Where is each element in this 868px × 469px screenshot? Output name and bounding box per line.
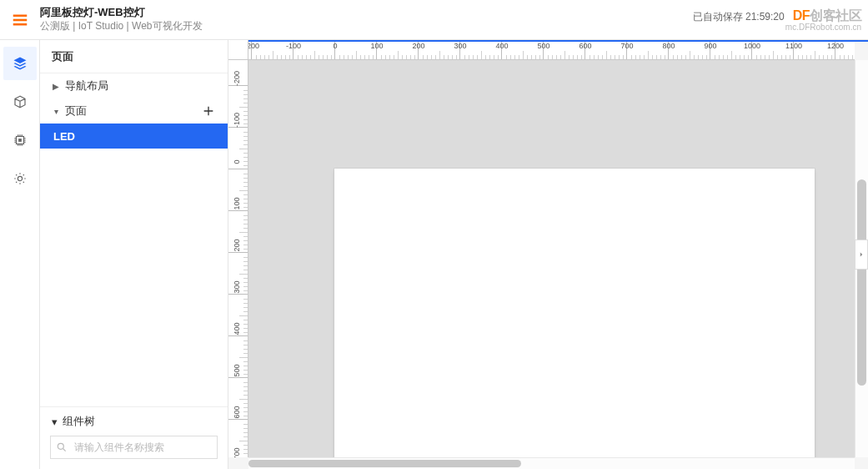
brand-url: mc.DFRobot.com.cn [785, 23, 861, 32]
add-page-button[interactable] [201, 103, 216, 119]
ruler-h-label: 500 [532, 42, 555, 50]
component-search-wrap [40, 436, 228, 469]
tree-pages[interactable]: ▾ 页面 [40, 98, 228, 124]
brand-bold: DF [793, 8, 810, 23]
tree-nav-layout[interactable]: ▶ 导航布局 [40, 73, 228, 98]
rail-chip-button[interactable] [3, 124, 37, 157]
menu-button[interactable] [0, 0, 40, 40]
tree-label: 导航布局 [65, 78, 108, 93]
ruler-h-label: 700 [615, 42, 639, 50]
ruler-h-label: 900 [699, 42, 722, 50]
autosave-status: 已自动保存 21:59:20 [693, 10, 785, 24]
component-search [50, 436, 218, 459]
main-row: 页面 ▶ 导航布局 ▾ 页面 LED ▾ 组件树 [0, 40, 868, 469]
ruler-h-label: 600 [574, 42, 597, 50]
ruler-h-tick: 1200 [835, 40, 855, 59]
chevron-right-icon: ▶ [52, 82, 60, 91]
ruler-v-label: -100 [233, 108, 241, 132]
plus-icon [202, 104, 215, 118]
tree-label: 页面 [65, 103, 87, 119]
search-icon [56, 441, 68, 453]
ruler-h-label: 300 [449, 42, 472, 50]
ruler-v-label: 200 [233, 234, 241, 257]
ruler-v-label: -200 [233, 67, 241, 90]
ruler-h-label: 0 [324, 42, 347, 50]
scrollbar-horizontal[interactable] [248, 457, 855, 469]
svg-point-2 [58, 443, 63, 449]
brand-text: 创客社区 [810, 8, 861, 23]
side-panel: 页面 ▶ 导航布局 ▾ 页面 LED ▾ 组件树 [40, 40, 228, 469]
right-panel-expand[interactable] [855, 240, 868, 270]
page-item-label: LED [53, 130, 75, 143]
page-item-led[interactable]: LED [40, 124, 228, 149]
ruler-v-label: 600 [233, 401, 241, 424]
ruler-h-label: 400 [490, 42, 514, 50]
chevron-down-icon: ▾ [52, 416, 58, 428]
ruler-h-label: -200 [248, 42, 263, 50]
panel-section-component-tree: ▾ 组件树 [40, 406, 228, 469]
ruler-h-label: -100 [282, 42, 305, 50]
ruler-vertical[interactable]: -200-1000100200300400500600700800900 [228, 60, 248, 457]
panel-title: 页面 [40, 40, 228, 73]
header-subtitle: 公测版 | IoT Studio | Web可视化开发 [40, 20, 203, 33]
ruler-v-label: 300 [233, 275, 241, 299]
ruler-h-label: 800 [657, 42, 680, 50]
ruler-v-label: 500 [233, 359, 241, 382]
svg-rect-1 [18, 139, 22, 142]
ruler-v-label: 0 [233, 150, 241, 174]
rail-settings-button[interactable] [3, 162, 37, 195]
gear-icon [13, 171, 28, 186]
component-tree-header[interactable]: ▾ 组件树 [40, 407, 228, 436]
project-title: 阿里板控灯-WEB控灯 [40, 6, 203, 20]
ruler-h-label: 100 [365, 42, 389, 50]
ruler-v-label: 100 [233, 192, 241, 215]
rail-cube-button[interactable] [3, 85, 37, 119]
ruler-h-label: 1000 [740, 42, 764, 50]
guide-line-top [248, 40, 868, 42]
hamburger-icon [11, 11, 29, 29]
chevron-right-icon [857, 250, 865, 259]
ruler-h-label: 1200 [824, 42, 847, 50]
ruler-v-label: 400 [233, 317, 241, 340]
ruler-h-label: 200 [407, 42, 430, 50]
icon-rail [0, 40, 40, 469]
ruler-horizontal[interactable]: -200-10001002003004005006007008009001000… [248, 40, 855, 60]
artboard[interactable] [334, 169, 815, 457]
layers-icon [13, 56, 28, 71]
header-titles: 阿里板控灯-WEB控灯 公测版 | IoT Studio | Web可视化开发 [40, 6, 203, 33]
ruler-v-label: 700 [233, 442, 241, 457]
panel-spacer [40, 149, 228, 406]
ruler-corner [228, 40, 248, 60]
component-tree-label: 组件树 [63, 414, 95, 429]
scrollbar-horizontal-thumb[interactable] [248, 460, 521, 467]
rail-layers-button[interactable] [3, 47, 37, 80]
canvas-area: -200-10001002003004005006007008009001000… [228, 40, 868, 469]
top-header: 阿里板控灯-WEB控灯 公测版 | IoT Studio | Web可视化开发 … [0, 0, 868, 40]
chevron-down-icon: ▾ [52, 107, 60, 116]
scrollbar-vertical-thumb[interactable] [857, 179, 866, 386]
chip-icon [13, 133, 28, 148]
cube-icon [13, 94, 28, 109]
ruler-h-label: 1100 [782, 42, 805, 50]
canvas-stage[interactable] [248, 60, 855, 457]
component-search-input[interactable] [50, 436, 218, 459]
header-right: 已自动保存 21:59:20 DF创客社区 mc.DFRobot.com.cn [693, 8, 868, 32]
